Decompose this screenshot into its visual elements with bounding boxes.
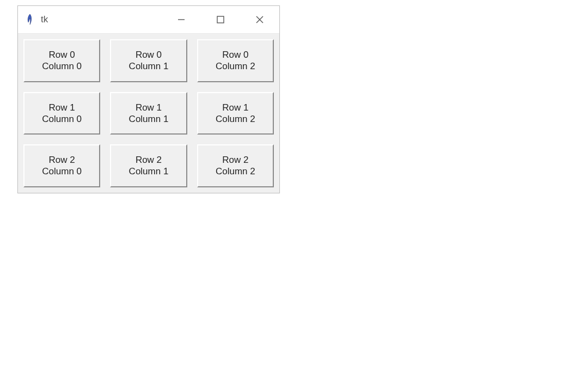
grid-button-r2-c1[interactable]: Row 2 Column 1 <box>110 144 187 187</box>
grid-button-r0-c2[interactable]: Row 0 Column 2 <box>197 39 274 82</box>
window-controls <box>162 6 279 33</box>
close-button[interactable] <box>240 6 279 33</box>
close-icon <box>255 15 264 24</box>
svg-rect-1 <box>217 16 224 23</box>
grid-button-r0-c0[interactable]: Row 0 Column 0 <box>23 39 100 82</box>
maximize-icon <box>216 15 225 24</box>
app-window: tk Row 0 Column 0 Row <box>17 5 280 193</box>
grid-button-r2-c0[interactable]: Row 2 Column 0 <box>23 144 100 187</box>
grid-button-r1-c1[interactable]: Row 1 Column 1 <box>110 92 187 135</box>
button-grid: Row 0 Column 0 Row 0 Column 1 Row 0 Colu… <box>23 39 274 187</box>
grid-button-r1-c0[interactable]: Row 1 Column 0 <box>23 92 100 135</box>
grid-button-r0-c1[interactable]: Row 0 Column 1 <box>110 39 187 82</box>
maximize-button[interactable] <box>201 6 240 33</box>
titlebar[interactable]: tk <box>18 6 279 34</box>
window-title: tk <box>41 14 48 25</box>
app-feather-icon <box>24 13 35 26</box>
minimize-icon <box>177 15 186 24</box>
grid-button-r2-c2[interactable]: Row 2 Column 2 <box>197 144 274 187</box>
minimize-button[interactable] <box>162 6 201 33</box>
client-area: Row 0 Column 0 Row 0 Column 1 Row 0 Colu… <box>18 34 279 193</box>
grid-button-r1-c2[interactable]: Row 1 Column 2 <box>197 92 274 135</box>
